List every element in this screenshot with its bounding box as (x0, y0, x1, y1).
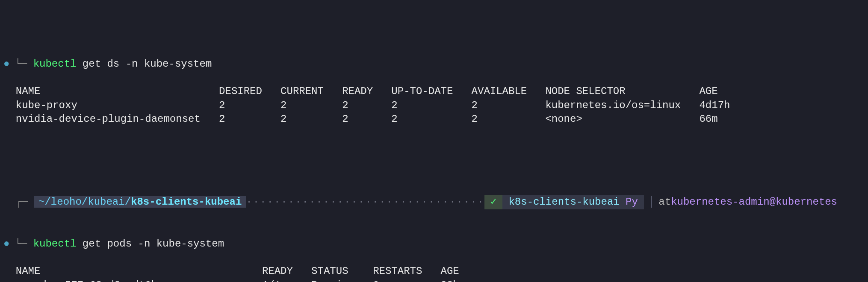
separator-pipe: │ (644, 195, 658, 209)
cmd-args: get ds -n kube-system (76, 58, 212, 70)
kubectl-cmd: kubectl (33, 238, 77, 250)
table-row: nvidia-device-plugin-daemonset 2 2 2 2 2… (0, 112, 868, 126)
table-row: kube-proxy 2 2 2 2 2 kubernetes.io/os=li… (0, 99, 868, 112)
table-header: NAME DESIRED CURRENT READY UP-TO-DATE AV… (0, 85, 868, 98)
branch-top-icon: ┌─ (3, 196, 28, 208)
path-prefix: ~/leoho/kubeai/ (38, 196, 131, 208)
path-tail: k8s-clients-kubeai (131, 196, 242, 208)
at-label: at (658, 195, 671, 209)
branch-icon: └─ (15, 238, 27, 250)
separator-dots: ·································· (246, 195, 484, 209)
context-name: k8s-clients-kubeai (508, 196, 619, 208)
table-row: coredns-577c68cd8c-dt9bz 1/1 Running 0 3… (0, 279, 868, 282)
table-header: NAME READY STATUS RESTARTS AGE (0, 264, 868, 278)
command-line-2[interactable]: ●└─ kubectl get pods -n kube-system (0, 237, 868, 251)
shell-prompt: ┌─ ~/leoho/kubeai/k8s-clients-kubeai····… (0, 195, 868, 209)
bullet-icon: ● (3, 237, 9, 251)
bullet-icon: ● (3, 57, 9, 71)
daemonset-table: NAME DESIRED CURRENT READY UP-TO-DATE AV… (0, 85, 868, 126)
kubectl-cmd: kubectl (33, 58, 77, 70)
branch-icon: └─ (15, 58, 27, 70)
cluster-name: kubernetes-admin@kubernetes (671, 195, 837, 209)
command-line-1[interactable]: ●└─ kubectl get ds -n kube-system (0, 57, 868, 71)
check-icon: ✓ (484, 195, 502, 209)
pods-table: NAME READY STATUS RESTARTS AGE coredns-5… (0, 264, 868, 282)
blank-line (0, 154, 868, 167)
python-indicator: Py (626, 196, 638, 208)
k8s-context: k8s-clients-kubeai Py (502, 195, 644, 209)
cmd-args: get pods -n kube-system (76, 238, 224, 250)
cwd-path: ~/leoho/kubeai/k8s-clients-kubeai (34, 196, 246, 208)
